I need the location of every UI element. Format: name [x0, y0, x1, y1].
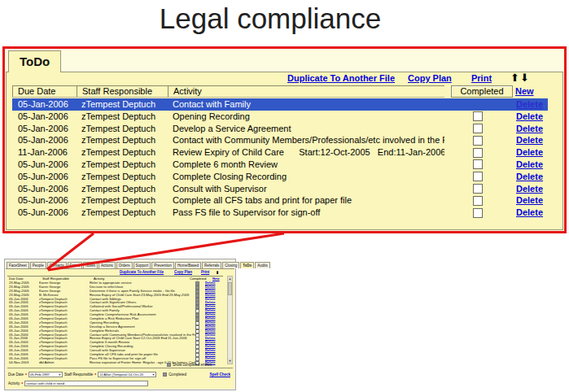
completed-checkbox[interactable] — [473, 159, 483, 169]
completed-cell — [444, 146, 511, 159]
delete-link[interactable]: Delete — [516, 99, 543, 109]
thumbnail-tab[interactable]: Audits — [255, 262, 270, 268]
scrollbar[interactable]: ▲ ▼ — [227, 276, 233, 364]
new-link[interactable]: New — [515, 86, 534, 96]
delete-link[interactable]: Delete — [516, 135, 543, 145]
print-link[interactable]: Print — [471, 73, 492, 83]
thumbnail-tab[interactable]: Prevention — [151, 262, 174, 268]
spell-check-link[interactable]: Spell Check — [209, 372, 230, 377]
up-arrow-icon[interactable]: ⬆ — [510, 72, 520, 84]
thumbnail-tab[interactable]: ToDo — [240, 262, 254, 268]
table-row[interactable]: 05-Jan-2006 zTempest Deptuch Contact wit… — [12, 134, 548, 146]
thumbnail-tab[interactable]: Orders — [116, 262, 133, 268]
down-arrow-icon[interactable]: ⬇ — [216, 270, 219, 275]
table-row[interactable]: 05-Jun-2006 zTempest Deptuch Complete Cl… — [12, 171, 548, 183]
staff-responsible-field[interactable]: JJ Allan (Temporal 14-Oct-20 ▼ — [98, 372, 156, 377]
dropdown-icon[interactable]: ▼ — [152, 373, 155, 377]
thumbnail-tab[interactable]: People — [30, 262, 46, 268]
table-row[interactable]: 05-Jan-2006 zTempest Deptuch Opening Rec… — [12, 111, 548, 123]
todo-tab-content: Duplicate To Another File Copy Plan Prin… — [6, 72, 563, 230]
table-row[interactable]: 05-Jun-2006 zTempest Deptuch Complete 6 … — [12, 159, 548, 171]
due-date-cell: 05-Jan-2006 — [12, 111, 77, 123]
completed-checkbox[interactable] — [473, 184, 483, 194]
required-asterisk: * — [25, 372, 27, 377]
thumbnail-tab[interactable]: Notes — [83, 262, 98, 268]
table-row[interactable]: 05-Jun-2006 zTempest Deptuch Pass FS fil… — [12, 207, 548, 219]
due-date-cell: 05-Jan-2006 — [12, 98, 77, 111]
thumbnail-content: Duplicate To Another File Copy Plan Prin… — [6, 268, 234, 389]
dropdown-icon[interactable]: ▼ — [59, 373, 61, 377]
todo-tab[interactable]: ToDo — [8, 50, 61, 72]
completed-checkbox[interactable] — [473, 148, 483, 158]
thumbnail-table: 23-May-2005 Karen George Refer to approp… — [7, 281, 221, 365]
due-date-cell: 05-Jun-2006 — [12, 183, 77, 195]
copy-plan-link[interactable]: Copy Plan — [174, 270, 192, 274]
activity-cell: Complete all CFS tabs and print for pape… — [168, 194, 444, 207]
scroll-down-icon[interactable]: ▼ — [228, 359, 232, 364]
scroll-up-icon[interactable]: ▲ — [228, 277, 232, 281]
activity-cell: Complete 6 month Review — [168, 159, 444, 171]
thumbnail-tab[interactable]: Contacts — [47, 262, 67, 268]
down-arrow-icon[interactable]: ⬇ — [520, 72, 530, 84]
delete-link[interactable]: Delete — [516, 184, 543, 194]
delete-link[interactable]: Delete — [516, 111, 543, 121]
thumbnail-tab[interactable]: Support — [133, 262, 151, 268]
completed-cell — [444, 171, 511, 183]
thumbnail-tab[interactable]: FaceSheet — [7, 262, 29, 268]
delete-link[interactable]: Delete — [516, 172, 543, 181]
table-row[interactable]: 05-Jan-2006 zTempest Deptuch Contact wit… — [12, 98, 548, 111]
duplicate-to-another-file-link[interactable]: Duplicate To Another File — [120, 270, 164, 274]
copy-plan-link[interactable]: Copy Plan — [408, 73, 452, 83]
delete-link[interactable]: Delete — [516, 195, 543, 205]
thumbnail-tab[interactable]: Actions — [98, 262, 116, 268]
completed-toggle[interactable]: Completed — [163, 372, 186, 377]
delete-link[interactable]: Delete — [516, 159, 543, 169]
due-date-cell: 04-Nov-2003 — [7, 361, 39, 365]
completed-checkbox[interactable] — [473, 124, 483, 133]
thumbnail-tab[interactable]: Home/Based — [175, 262, 201, 268]
delete-link[interactable]: Delete — [516, 207, 543, 217]
activity-column-header: Activity — [168, 86, 444, 97]
page-title: Legal compliance — [0, 0, 541, 35]
thumbnail-tab[interactable]: Forms — [68, 262, 83, 268]
activity-cell: Contact with Family — [168, 98, 444, 111]
reorder-arrows: ⬆⬇ — [510, 72, 530, 84]
delete-link[interactable]: Delete — [516, 147, 543, 157]
table-row[interactable]: 05-Jun-2006 zTempest Deptuch Complete al… — [12, 194, 548, 207]
thumbnail-tab[interactable]: Referrals — [202, 262, 221, 268]
due-date-cell: 05-Jun-2006 — [12, 159, 77, 171]
show-completed-label: Show completed entries — [173, 363, 212, 367]
table-row[interactable]: 11-Jan-2006 zTempest Deptuch Review Expi… — [12, 146, 548, 159]
completed-column-header: Completed — [451, 85, 513, 98]
completed-cell — [444, 207, 511, 219]
duplicate-to-another-file-link[interactable]: Duplicate To Another File — [287, 73, 395, 83]
table-row[interactable]: 05-Jun-2006 zTempest Deptuch Consult wit… — [12, 183, 548, 195]
due-date-cell: 05-Jun-2006 — [12, 194, 77, 207]
show-completed-checkbox[interactable] — [167, 363, 171, 367]
print-link[interactable]: Print — [201, 270, 209, 274]
completed-checkbox[interactable] — [473, 208, 483, 218]
activity-field[interactable]: contact with child in need — [24, 381, 148, 386]
activity-cell: Pass FS file to Supervisor for sign-off — [168, 207, 444, 219]
app-thumbnail: FaceSheet People Contacts Forms Notes Ac… — [4, 259, 236, 390]
due-date-cell: 05-Jun-2006 — [12, 171, 77, 183]
thumbnail-tab[interactable]: Closing — [222, 262, 239, 268]
scrollbar-thumb[interactable] — [228, 282, 232, 295]
delete-link[interactable]: Delete — [516, 124, 543, 133]
show-completed-entries[interactable]: Show completed entries — [167, 363, 212, 367]
completed-checkbox[interactable] — [473, 136, 483, 146]
completed-cell — [444, 194, 511, 207]
due-date-cell: 05-Jan-2006 — [12, 134, 77, 146]
completed-checkbox[interactable] — [473, 196, 483, 206]
table-row[interactable]: 05-Jan-2006 zTempest Deptuch Develop a S… — [12, 123, 548, 135]
completed-checkbox[interactable] — [163, 372, 167, 377]
staff-cell: zTempest Deptuch — [77, 134, 168, 146]
completed-checkbox[interactable] — [473, 172, 483, 181]
completed-cell — [444, 183, 511, 195]
activity-label: Activity — [8, 381, 20, 385]
due-date-field[interactable]: 05-Feb-1997 ▼ — [28, 372, 63, 377]
completed-checkbox[interactable] — [473, 111, 483, 121]
staff-cell: zTempest Deptuch — [77, 171, 168, 183]
staff-cell: zTempest Deptuch — [77, 111, 168, 123]
table-header: Due Date Staff Responsible Activity — [12, 85, 444, 98]
